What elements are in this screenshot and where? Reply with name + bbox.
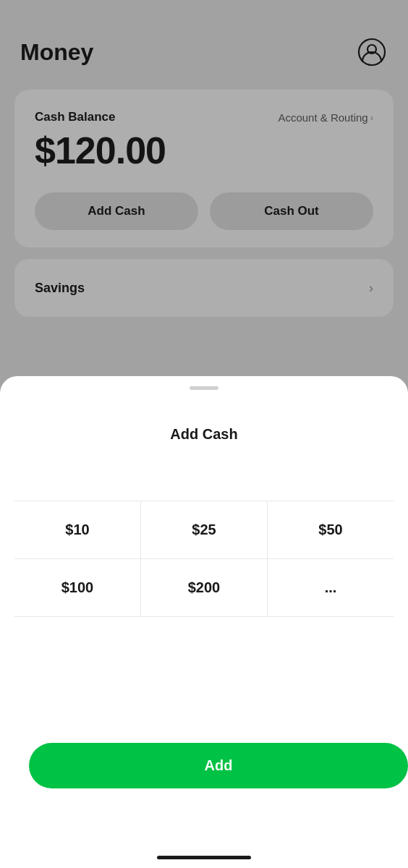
add-button[interactable]: Add — [29, 743, 408, 788]
amount-option-25[interactable]: $25 — [141, 501, 268, 558]
amount-options-grid: $10 $25 $50 $100 $200 ... — [0, 501, 408, 617]
amount-row-1: $10 $25 $50 — [14, 501, 394, 558]
sheet-title: Add Cash — [170, 426, 237, 443]
amount-option-100[interactable]: $100 — [14, 559, 141, 616]
amount-option-200[interactable]: $200 — [141, 559, 268, 616]
amount-option-10[interactable]: $10 — [14, 501, 141, 558]
bottom-sheet: Add Cash $10 $25 $50 $100 $200 ... Add — [0, 376, 408, 868]
amount-option-50[interactable]: $50 — [268, 501, 394, 558]
amount-row-2: $100 $200 ... — [14, 558, 394, 617]
amount-option-other[interactable]: ... — [268, 559, 394, 616]
sheet-handle — [190, 386, 218, 390]
home-indicator — [157, 856, 251, 859]
